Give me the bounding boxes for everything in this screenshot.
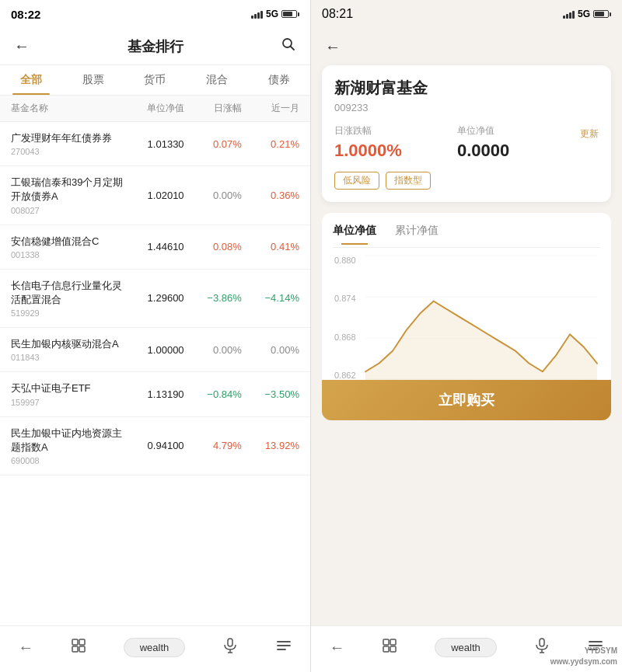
left-nav-menu[interactable]	[275, 637, 292, 658]
fund-name: 天弘中证电子ETF	[11, 381, 126, 395]
left-bottom-nav: ← wealth	[0, 625, 310, 672]
chart-tabs: 单位净值 累计净值	[333, 224, 600, 248]
right-mic-icon	[533, 637, 550, 658]
nav-col: 单位净值 0.0000	[457, 124, 580, 161]
table-row[interactable]: 天弘中证电子ETF 159997 1.13190 −0.84% −3.50%	[0, 372, 310, 416]
fund-code: 690008	[11, 456, 126, 465]
fund-name-col: 民生加银内核驱动混合A 011843	[11, 337, 126, 362]
fund-code: 159997	[11, 398, 126, 407]
chart-section: 单位净值 累计净值 0.880 0.874 0.868 0.862	[322, 213, 611, 380]
chart-svg	[365, 256, 597, 380]
fund-name-col: 天弘中证电子ETF 159997	[11, 381, 126, 406]
left-nav-mic[interactable]	[222, 637, 239, 658]
fund-month: 13.92%	[242, 440, 299, 451]
network-label: 5G	[266, 9, 278, 19]
y-label-3: 0.862	[334, 371, 356, 380]
update-label[interactable]: 更新	[580, 127, 599, 141]
fund-daily: −0.84%	[184, 388, 242, 400]
tab-stock[interactable]: 股票	[62, 65, 124, 95]
right-status-bar: 08:21 5G	[311, 0, 622, 28]
right-nav-home[interactable]	[381, 637, 398, 658]
fund-name-col: 安信稳健增值混合C 001338	[11, 235, 126, 259]
svg-rect-4	[72, 646, 78, 652]
fund-name-col: 民生加银中证内地资源主题指数A 690008	[11, 427, 126, 465]
table-row[interactable]: 民生加银中证内地资源主题指数A 690008 0.94100 4.79% 13.…	[0, 417, 310, 475]
fund-nav: 1.00000	[126, 344, 183, 356]
svg-rect-19	[390, 646, 396, 652]
right-wealth-pill[interactable]: wealth	[435, 638, 497, 657]
buy-button[interactable]: 立即购买	[322, 380, 611, 420]
left-nav-home[interactable]	[70, 637, 87, 658]
fund-detail-card: 新湖财富基金 009233 日涨跌幅 1.0000% 单位净值 0.0000 更…	[322, 65, 611, 202]
left-back-button[interactable]: ←	[11, 34, 33, 58]
y-axis: 0.880 0.874 0.868 0.862	[334, 256, 356, 380]
svg-rect-2	[72, 639, 78, 645]
left-search-button[interactable]	[278, 33, 299, 59]
fund-name: 民生加银中证内地资源主题指数A	[11, 427, 126, 454]
left-top-bar: ← 基金排行	[0, 28, 310, 65]
home-icon	[70, 637, 87, 658]
fund-daily: 0.07%	[184, 138, 242, 150]
svg-rect-16	[383, 639, 389, 645]
right-nav-back[interactable]: ←	[329, 639, 344, 656]
fund-name: 安信稳健增值混合C	[11, 235, 126, 249]
svg-rect-5	[79, 646, 85, 652]
fund-name-col: 工银瑞信泰和39个月定期开放债券A 008027	[11, 176, 126, 214]
right-back-icon: ←	[329, 639, 344, 656]
daily-change-label: 日涨跌幅	[334, 124, 457, 138]
col-month: 近一月	[242, 102, 299, 115]
table-row[interactable]: 长信电子信息行业量化灵活配置混合 519929 1.29600 −3.86% −…	[0, 270, 310, 328]
fund-nav: 1.29600	[126, 292, 183, 304]
table-row[interactable]: 广发理财年年红债券券 270043 1.01330 0.07% 0.21%	[0, 122, 310, 166]
table-row[interactable]: 民生加银内核驱动混合A 011843 1.00000 0.00% 0.00%	[0, 328, 310, 372]
fund-name: 广发理财年年红债券券	[11, 131, 126, 145]
tab-mixed[interactable]: 混合	[186, 65, 248, 95]
fund-nav: 1.02010	[126, 190, 183, 201]
right-signal-icon	[563, 9, 575, 19]
chart-area: 0.880 0.874 0.868 0.862	[333, 256, 600, 380]
tag-low-risk: 低风险	[334, 172, 379, 190]
fund-name: 长信电子信息行业量化灵活配置混合	[11, 279, 126, 307]
mic-icon	[222, 637, 239, 658]
right-network-label: 5G	[578, 9, 590, 19]
menu-icon	[275, 637, 292, 658]
fund-code: 519929	[11, 308, 126, 318]
fund-code: 270043	[11, 147, 126, 156]
fund-name-col: 广发理财年年红债券券 270043	[11, 131, 126, 156]
fund-daily: 0.00%	[184, 190, 242, 201]
table-header: 基金名称 单位净值 日涨幅 近一月	[0, 96, 310, 122]
fund-name: 工银瑞信泰和39个月定期开放债券A	[11, 176, 126, 204]
col-nav: 单位净值	[126, 102, 183, 115]
fund-daily: −3.86%	[184, 292, 242, 304]
tab-unit-nav[interactable]: 单位净值	[333, 224, 376, 241]
fund-code: 011843	[11, 353, 126, 362]
tab-bond[interactable]: 债券	[248, 65, 310, 95]
table-row[interactable]: 安信稳健增值混合C 001338 1.44610 0.08% 0.41%	[0, 225, 310, 270]
svg-rect-18	[383, 646, 389, 652]
y-label-1: 0.874	[334, 294, 356, 303]
right-time: 08:21	[322, 7, 353, 21]
tag-index-type: 指数型	[386, 172, 431, 190]
microphone-icon	[222, 637, 239, 654]
watermark-url: www.yydsym.com	[550, 656, 617, 667]
fund-code: 008027	[11, 206, 126, 215]
svg-rect-6	[228, 639, 232, 646]
right-tabs-icon	[381, 637, 398, 654]
fund-month: 0.00%	[242, 344, 299, 356]
left-tabs: 全部 股票 货币 混合 债券	[0, 65, 310, 96]
back-icon: ←	[18, 639, 33, 656]
left-nav-back[interactable]: ←	[18, 639, 33, 656]
nav-label: 单位净值	[457, 124, 580, 138]
daily-change-value: 1.0000%	[334, 141, 457, 161]
left-wealth-pill[interactable]: wealth	[124, 638, 186, 657]
right-back-button[interactable]: ←	[322, 35, 344, 59]
fund-month: 0.21%	[242, 138, 299, 150]
fund-tags: 低风险 指数型	[334, 172, 599, 190]
fund-name: 民生加银内核驱动混合A	[11, 337, 126, 351]
tab-cumulative-nav[interactable]: 累计净值	[395, 224, 439, 241]
tab-all[interactable]: 全部	[0, 65, 62, 95]
svg-rect-3	[79, 639, 85, 645]
table-row[interactable]: 工银瑞信泰和39个月定期开放债券A 008027 1.02010 0.00% 0…	[0, 166, 310, 225]
right-nav-mic[interactable]	[533, 637, 550, 658]
tab-currency[interactable]: 货币	[124, 65, 187, 95]
